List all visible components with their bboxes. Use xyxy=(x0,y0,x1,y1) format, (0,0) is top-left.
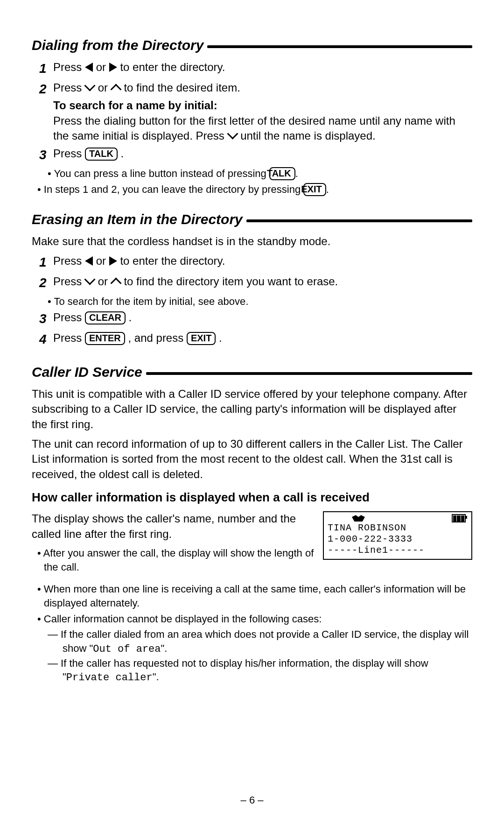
sub-bullet: • After you answer the call, the display… xyxy=(32,546,315,574)
text: to find the desired item. xyxy=(124,81,240,94)
section-rule xyxy=(246,219,472,222)
key-exit: EXIT xyxy=(187,332,216,345)
text: When more than one line is receiving a c… xyxy=(44,583,466,609)
text: or xyxy=(96,61,109,73)
step-number: 3 xyxy=(39,146,53,164)
screen-line2: 1-000-222-3333 xyxy=(328,534,468,545)
display-intro: The display shows the caller's name, num… xyxy=(32,511,315,542)
battery-icon xyxy=(452,514,466,522)
text: Press xyxy=(53,81,85,94)
display-text-col: The display shows the caller's name, num… xyxy=(32,511,315,576)
page-number: – 6 – xyxy=(0,794,504,806)
text: ". xyxy=(153,671,159,683)
triangle-left-icon xyxy=(85,63,93,72)
text: Press xyxy=(53,147,85,160)
step-number: 4 xyxy=(39,331,53,348)
step-2: 2 Press or to find the desired item. To … xyxy=(32,80,472,144)
chevron-down-icon xyxy=(84,80,95,91)
key-talk: TALK xyxy=(85,148,118,161)
step-3: 3 Press CLEAR . xyxy=(32,310,472,328)
text: . xyxy=(219,331,222,344)
bullet: • When more than one line is receiving a… xyxy=(32,582,472,610)
section-header-callerid: Caller ID Service xyxy=(32,364,472,380)
step-body: Press ENTER , and press EXIT . xyxy=(53,331,472,348)
subheading: How caller information is displayed when… xyxy=(32,490,472,505)
key-enter: ENTER xyxy=(85,332,125,345)
step-1: 1 Press or to enter the directory. xyxy=(32,254,472,271)
sub-bullet: • You can press a line button instead of… xyxy=(32,167,472,181)
triangle-right-icon xyxy=(109,256,117,266)
section-title: Dialing from the Directory xyxy=(32,37,203,53)
text: Press xyxy=(53,275,85,288)
text: to enter the directory. xyxy=(120,254,225,267)
text: or xyxy=(96,254,109,267)
step-number: 1 xyxy=(39,254,53,271)
section-rule xyxy=(146,372,472,375)
text: Press xyxy=(53,311,85,324)
text: Caller information cannot be displayed i… xyxy=(44,613,322,625)
chevron-down-icon xyxy=(227,128,238,139)
text: or xyxy=(98,275,111,288)
section-title: Caller ID Service xyxy=(32,364,142,380)
step-body: Press CLEAR . xyxy=(53,310,472,328)
step-number: 2 xyxy=(39,274,53,292)
step-2: 2 Press or to find the directory item yo… xyxy=(32,274,472,292)
step-number: 2 xyxy=(39,80,53,144)
mono-text: Private caller xyxy=(66,672,153,684)
mono-text: Out of area xyxy=(93,643,161,655)
screen-line3: -----Line1------ xyxy=(328,545,468,556)
text: , and press xyxy=(128,331,186,344)
chevron-down-icon xyxy=(84,274,95,285)
signal-icon xyxy=(352,515,365,522)
text: or xyxy=(98,81,111,94)
dash-item: — If the caller dialed from an area whic… xyxy=(32,628,472,656)
text: . xyxy=(326,183,329,195)
dash-item: — If the caller has requested not to dis… xyxy=(32,656,472,685)
section-rule xyxy=(207,45,472,48)
paragraph: The unit can record information of up to… xyxy=(32,437,472,482)
text: . xyxy=(129,311,132,324)
step-3: 3 Press TALK . xyxy=(32,146,472,164)
step-1: 1 Press or to enter the directory. xyxy=(32,60,472,78)
text: Press xyxy=(53,331,85,344)
text: In steps 1 and 2, you can leave the dire… xyxy=(44,183,303,195)
text: . xyxy=(121,147,124,160)
text: to find the directory item you want to e… xyxy=(124,275,338,288)
search-title: To search for a name by initial: xyxy=(53,99,217,112)
screen-status-row xyxy=(328,514,468,522)
paragraph: This unit is compatible with a Caller ID… xyxy=(32,387,472,432)
lcd-screen: TINA ROBINSON 1-000-222-3333 -----Line1-… xyxy=(323,511,472,560)
text: After you answer the call, the display w… xyxy=(43,547,314,573)
display-row: The display shows the caller's name, num… xyxy=(32,511,472,576)
chevron-up-icon xyxy=(110,84,121,95)
step-body: Press TALK . xyxy=(53,146,472,164)
step-number: 3 xyxy=(39,310,53,328)
triangle-right-icon xyxy=(109,63,117,72)
sub-bullet: • To search for the item by initial, see… xyxy=(32,295,472,309)
text: . xyxy=(295,168,298,179)
section-header-erasing: Erasing an Item in the Directory xyxy=(32,212,472,227)
step-body: Press or to enter the directory. xyxy=(53,254,472,271)
bullet: • Caller information cannot be displayed… xyxy=(32,612,472,626)
section-title: Erasing an Item in the Directory xyxy=(32,212,243,227)
text: ". xyxy=(161,642,168,654)
text: Press xyxy=(53,254,85,267)
key-exit: EXIT xyxy=(303,183,326,196)
chevron-up-icon xyxy=(110,277,121,289)
screen-line1: TINA ROBINSON xyxy=(328,522,468,534)
text: Press xyxy=(53,61,85,73)
step-number: 1 xyxy=(39,60,53,78)
text: To search for the item by initial, see a… xyxy=(54,296,248,307)
search-body: until the name is displayed. xyxy=(240,129,376,142)
step-body: Press or to find the directory item you … xyxy=(53,274,472,292)
section-header-dialing: Dialing from the Directory xyxy=(32,37,472,53)
step-body: Press or to find the desired item. To se… xyxy=(53,80,472,144)
key-clear: CLEAR xyxy=(85,311,126,324)
step-4: 4 Press ENTER , and press EXIT . xyxy=(32,331,472,348)
key-talk: TALK xyxy=(269,167,295,180)
step-body: Press or to enter the directory. xyxy=(53,60,472,78)
top-bullet: • In steps 1 and 2, you can leave the di… xyxy=(32,183,472,197)
triangle-left-icon xyxy=(85,256,93,266)
text: You can press a line button instead of p… xyxy=(54,168,269,179)
text: to enter the directory. xyxy=(120,61,225,73)
